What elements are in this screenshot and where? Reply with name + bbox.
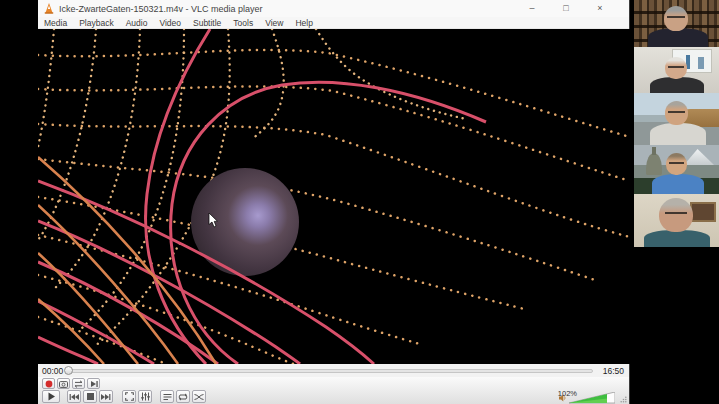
- vlc-cone-icon: [44, 3, 54, 14]
- volume-percentage: 102%: [558, 389, 577, 398]
- record-button[interactable]: [42, 378, 55, 389]
- record-icon: [45, 380, 53, 388]
- menu-view[interactable]: View: [259, 18, 289, 28]
- menu-audio[interactable]: Audio: [120, 18, 154, 28]
- menu-tools[interactable]: Tools: [227, 18, 259, 28]
- participant-2-torso: [650, 77, 704, 93]
- minimize-button[interactable]: –: [519, 0, 545, 17]
- previous-button[interactable]: [67, 390, 81, 403]
- elapsed-time: 00:00: [42, 366, 63, 376]
- stop-icon: [87, 393, 94, 400]
- seek-slider[interactable]: [68, 369, 593, 373]
- participant-video-4[interactable]: [634, 145, 719, 194]
- menu-subtitle[interactable]: Subtitle: [187, 18, 227, 28]
- stop-button[interactable]: [83, 390, 97, 403]
- menu-bar: Media Playback Audio Video Subtitle Tool…: [38, 17, 629, 29]
- loop-ab-button[interactable]: [72, 378, 85, 389]
- loop-icon: [178, 393, 188, 401]
- dotted-grid-horizontal: [38, 50, 630, 364]
- random-button[interactable]: [192, 390, 206, 403]
- transport-controls: 102%: [38, 377, 629, 404]
- mouse-cursor: [208, 213, 218, 228]
- total-duration: 16:50: [603, 366, 624, 376]
- fullscreen-icon: [125, 392, 134, 401]
- play-icon: [47, 392, 56, 401]
- play-button[interactable]: [42, 390, 60, 403]
- screen: Icke-ZwarteGaten-150321.m4v - VLC media …: [0, 0, 719, 404]
- frame-by-frame-button[interactable]: [87, 378, 100, 389]
- maximize-button[interactable]: □: [553, 0, 579, 17]
- frame-step-icon: [90, 380, 98, 388]
- snapshot-button[interactable]: [57, 378, 70, 389]
- menu-video[interactable]: Video: [153, 18, 187, 28]
- participant-5-torso: [644, 230, 710, 247]
- title-bar[interactable]: Icke-ZwarteGaten-150321.m4v - VLC media …: [38, 0, 629, 17]
- participant-3-torso: [650, 123, 706, 145]
- participant-4-torso: [652, 174, 704, 194]
- shuffle-icon: [194, 393, 204, 401]
- participant-video-3[interactable]: [634, 93, 719, 145]
- participant-video-5[interactable]: [634, 194, 719, 247]
- seek-slider-thumb[interactable]: [64, 366, 73, 375]
- video-canvas[interactable]: [38, 29, 630, 364]
- playlist-icon: [163, 393, 172, 401]
- vlc-window: Icke-ZwarteGaten-150321.m4v - VLC media …: [38, 0, 630, 404]
- camera-icon: [59, 380, 68, 388]
- window-title: Icke-ZwarteGaten-150321.m4v - VLC media …: [59, 4, 263, 14]
- fullscreen-button[interactable]: [122, 390, 136, 403]
- playlist-button[interactable]: [160, 390, 174, 403]
- next-icon: [101, 393, 111, 401]
- seek-bar-row: 00:00 16:50: [38, 364, 629, 377]
- participant-5-painting: [690, 202, 716, 222]
- participants-sidebar: [634, 0, 719, 404]
- close-button[interactable]: ×: [587, 0, 613, 17]
- spacetime-grid-visualization: [38, 29, 630, 364]
- loop-button[interactable]: [176, 390, 190, 403]
- menu-help[interactable]: Help: [289, 18, 318, 28]
- next-button[interactable]: [99, 390, 113, 403]
- menu-playback[interactable]: Playback: [73, 18, 120, 28]
- extended-settings-button[interactable]: [138, 390, 152, 403]
- previous-icon: [69, 393, 79, 401]
- menu-media[interactable]: Media: [38, 18, 73, 28]
- participant-video-2[interactable]: [634, 47, 719, 93]
- participant-video-1[interactable]: [634, 0, 719, 47]
- equalizer-icon: [141, 392, 150, 401]
- resize-grip-icon[interactable]: [620, 396, 627, 403]
- participant-5-face: [659, 198, 693, 232]
- loop-ab-icon: [74, 380, 83, 388]
